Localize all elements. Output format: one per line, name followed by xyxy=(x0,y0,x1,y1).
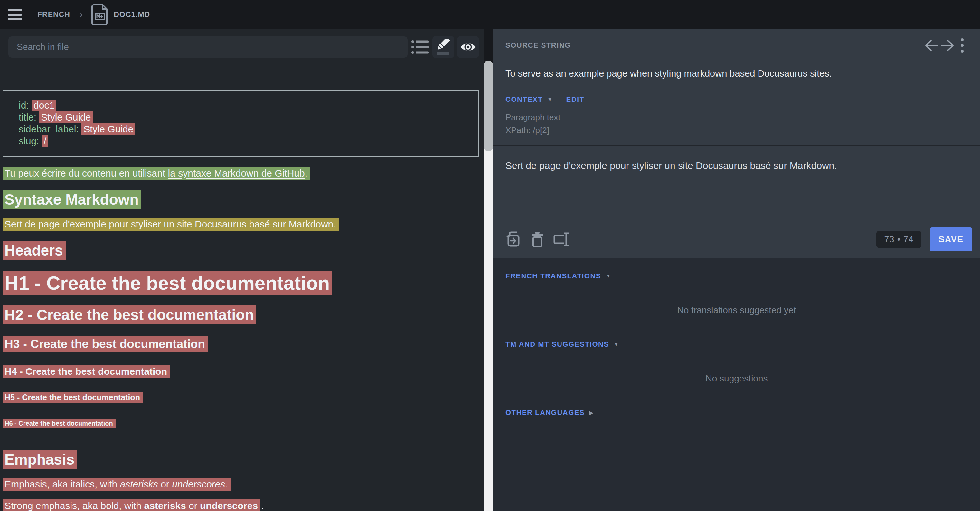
dropdown-triangle-icon[interactable]: ▼ xyxy=(606,273,611,279)
document-scrollbar[interactable] xyxy=(484,61,493,511)
doc-segment-h2[interactable]: Syntaxe Markdown xyxy=(3,192,484,208)
prev-string-icon[interactable] xyxy=(923,38,939,53)
list-view-icon[interactable] xyxy=(411,37,430,57)
dropdown-triangle-icon[interactable]: ▼ xyxy=(547,96,553,103)
translation-toolbar: 73 • 74 SAVE xyxy=(493,224,980,258)
edit-pencil-icon[interactable] xyxy=(433,36,454,58)
edit-context-button[interactable]: EDIT xyxy=(566,95,584,104)
translation-input[interactable]: Sert de page d'exemple pour styliser un … xyxy=(493,145,980,224)
source-string-label: SOURCE STRING xyxy=(506,41,571,50)
doc-segment-h2[interactable]: Headers xyxy=(3,242,484,259)
document-panel: id: doc1title: Style Guidesidebar_label:… xyxy=(0,29,484,511)
doc-segment-h5[interactable]: H5 - Create the best documentation xyxy=(3,393,484,402)
doc-segment-h4[interactable]: H4 - Create the best documentation xyxy=(3,366,484,377)
frontmatter-line: sidebar_label: Style Guide xyxy=(19,123,479,135)
frontmatter-value[interactable]: doc1 xyxy=(32,99,56,111)
other-languages-toggle[interactable]: OTHER LANGUAGES xyxy=(506,409,585,417)
breadcrumb-file: DOC1.MD xyxy=(114,10,150,19)
doc-segment-h6[interactable]: H6 - Create the best documentation xyxy=(3,420,484,427)
frontmatter-box: id: doc1title: Style Guidesidebar_label:… xyxy=(3,90,479,157)
source-string-section: SOURCE STRING To serve as an example pag… xyxy=(493,29,980,259)
markdown-file-icon xyxy=(91,4,108,25)
frontmatter-key: sidebar_label: xyxy=(19,124,81,134)
frontmatter-value[interactable]: / xyxy=(42,135,48,147)
copy-source-icon[interactable] xyxy=(503,229,523,250)
translation-editor-app: FRENCH › DOC1.MD xyxy=(0,0,980,511)
frontmatter-key: id: xyxy=(19,100,32,110)
dropdown-triangle-icon[interactable]: ▼ xyxy=(614,341,619,348)
preview-eye-icon[interactable] xyxy=(457,36,479,58)
frontmatter-value[interactable]: Style Guide xyxy=(39,112,93,123)
frontmatter-key: slug: xyxy=(19,136,42,146)
doc-segment-h3[interactable]: H3 - Create the best documentation xyxy=(3,337,484,351)
frontmatter-line: title: Style Guide xyxy=(19,111,479,123)
doc-segment-p[interactable]: Sert de page d'exemple pour styliser un … xyxy=(3,219,484,229)
frontmatter-value[interactable]: Style Guide xyxy=(81,123,135,135)
next-string-icon[interactable] xyxy=(939,38,956,53)
hamburger-menu-icon[interactable] xyxy=(8,6,24,22)
translations-empty-message: No translations suggested yet xyxy=(506,305,968,315)
doc-segment-h2[interactable]: H2 - Create the best documentation xyxy=(3,307,484,323)
translation-panel: SOURCE STRING To serve as an example pag… xyxy=(493,29,980,511)
save-button[interactable]: SAVE xyxy=(930,227,972,251)
tm-empty-message: No suggestions xyxy=(506,374,968,383)
frontmatter-line: id: doc1 xyxy=(19,99,479,111)
context-toggle[interactable]: CONTEXT xyxy=(506,95,543,104)
breadcrumb-project[interactable]: FRENCH xyxy=(37,10,70,19)
select-text-icon[interactable] xyxy=(552,229,572,250)
topbar: FRENCH › DOC1.MD xyxy=(0,0,980,29)
document-preview: id: doc1title: Style Guidesidebar_label:… xyxy=(0,90,484,511)
doc-segment-p[interactable]: Emphasis, aka italics, with asterisks or… xyxy=(3,479,484,489)
suggestions-section: FRENCH TRANSLATIONS ▼ No translations su… xyxy=(493,259,980,511)
expand-triangle-icon[interactable]: ▶ xyxy=(589,409,593,416)
doc-segment-h2[interactable]: Emphasis xyxy=(3,451,484,468)
horizontal-rule xyxy=(3,444,479,444)
tm-mt-suggestions-toggle[interactable]: TM AND MT SUGGESTIONS xyxy=(506,340,609,349)
doc-segment-p[interactable]: Strong emphasis, aka bold, with asterisk… xyxy=(3,500,484,511)
doc-link[interactable]: la syntaxe Markdown de GitHub xyxy=(168,168,305,179)
frontmatter-key: title: xyxy=(19,112,39,123)
doc-segment-h1[interactable]: H1 - Create the best documentation xyxy=(3,272,484,294)
source-string-text: To serve as an example page when styling… xyxy=(506,67,968,80)
scrollbar-thumb[interactable] xyxy=(484,61,493,152)
breadcrumb-chevron-icon: › xyxy=(80,10,83,20)
context-type: Paragraph text xyxy=(506,111,968,124)
document-toolbar xyxy=(0,29,484,58)
delete-translation-icon[interactable] xyxy=(527,229,547,250)
char-count-badge: 73 • 74 xyxy=(877,231,921,248)
search-input[interactable] xyxy=(8,37,407,57)
context-xpath: XPath: /p[2] xyxy=(506,124,968,137)
french-translations-toggle[interactable]: FRENCH TRANSLATIONS xyxy=(506,272,601,280)
more-menu-icon[interactable] xyxy=(956,38,969,53)
doc-segment-p[interactable]: Tu peux écrire du contenu en utilisant l… xyxy=(3,168,484,179)
doc-segments: Tu peux écrire du contenu en utilisant l… xyxy=(3,168,484,511)
frontmatter-line: slug: / xyxy=(19,135,479,147)
